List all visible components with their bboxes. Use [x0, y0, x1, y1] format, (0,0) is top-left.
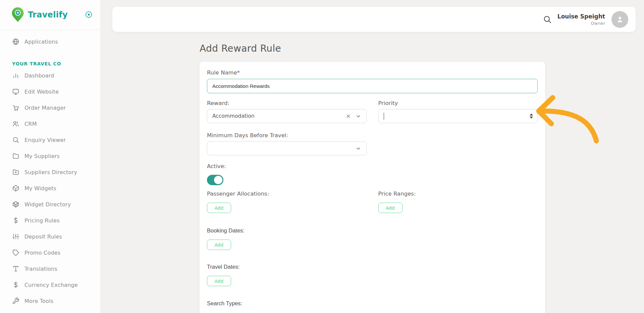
passenger-allocations-label: Passenger Allocations: — [207, 190, 367, 197]
page-title: Add Reward Rule — [200, 43, 281, 54]
sidebar-item-my-widgets[interactable]: My Widgets — [0, 180, 100, 196]
sidebar-item-pricing-rules[interactable]: Pricing Rules — [0, 212, 100, 228]
sidebar-item-currency-exchange[interactable]: Currency Exchange — [0, 277, 100, 293]
person-icon — [615, 15, 624, 24]
active-label: Active: — [207, 163, 538, 170]
sidebar-item-suppliers-directory[interactable]: Suppliers Directory — [0, 164, 100, 180]
sliders-icon — [12, 233, 19, 240]
sidebar-item-applications[interactable]: Applications — [0, 34, 100, 50]
topbar: Louise Speight Owner — [112, 7, 636, 32]
reward-select[interactable]: Accommodation — [207, 109, 367, 123]
sidebar-item-label: Deposit Rules — [24, 233, 62, 240]
rule-name-input[interactable] — [207, 79, 538, 93]
text-cursor — [384, 113, 384, 120]
sidebar-collapse-icon[interactable] — [85, 11, 92, 18]
folder-plus-icon — [12, 168, 19, 176]
sidebar-item-deposit-rules[interactable]: Deposit Rules — [0, 228, 100, 245]
reward-label: Reward: — [207, 100, 367, 107]
sidebar-item-label: My Widgets — [24, 185, 56, 192]
chevron-down-icon[interactable] — [356, 146, 361, 151]
search-icon[interactable] — [543, 15, 552, 24]
sidebar-item-label: My Suppliers — [24, 153, 60, 159]
sidebar-item-crm[interactable]: CRM — [0, 116, 100, 132]
travel-dates-add-button[interactable]: Add — [207, 276, 231, 286]
price-ranges-add-button[interactable]: Add — [378, 203, 402, 213]
sidebar-item-more-tools[interactable]: More Tools — [0, 293, 100, 309]
sidebar-item-label: Currency Exchange — [24, 282, 78, 288]
monitor-icon — [12, 88, 19, 95]
priority-label: Priority — [378, 100, 538, 107]
priority-stepper[interactable] — [530, 114, 533, 119]
sidebar-section-title: YOUR TRAVEL CO — [12, 61, 100, 66]
sidebar-item-label: Applications — [24, 39, 58, 45]
user-menu[interactable]: Louise Speight Owner — [557, 13, 605, 26]
tag-icon — [12, 249, 19, 256]
bar-chart-icon — [12, 72, 19, 79]
min-days-select[interactable] — [207, 141, 367, 155]
active-toggle[interactable] — [207, 175, 223, 185]
booking-dates-add-button[interactable]: Add — [207, 240, 231, 250]
sidebar-header: Travelify — [0, 0, 100, 30]
sidebar-item-label: Promo Codes — [24, 250, 60, 256]
users-icon — [12, 120, 19, 127]
add-reward-rule-card: Rule Name* Reward: Accommodation — [200, 62, 545, 313]
wrench-icon — [12, 297, 19, 305]
sidebar-item-label: Order Manager — [24, 105, 66, 111]
brand-name: Travelify — [28, 10, 85, 19]
sidebar-item-translations[interactable]: Translations — [0, 261, 100, 277]
sidebar-item-label: Translations — [24, 266, 57, 272]
cube-grid-icon — [12, 201, 19, 208]
cart-icon — [12, 104, 19, 111]
search-types-label: Search Types: — [207, 300, 538, 307]
booking-dates-label: Booking Dates: — [207, 227, 538, 234]
sidebar-item-label: Suppliers Directory — [24, 169, 77, 175]
user-name: Louise Speight — [557, 13, 605, 20]
toggle-knob — [214, 176, 222, 184]
reward-select-value: Accommodation — [212, 113, 346, 119]
passenger-allocations-add-button[interactable]: Add — [207, 203, 231, 213]
globe-icon — [12, 38, 19, 45]
sidebar-item-my-suppliers[interactable]: My Suppliers — [0, 148, 100, 164]
price-ranges-label: Price Ranges: — [378, 190, 538, 197]
sidebar-nav: Applications YOUR TRAVEL CO DashboardEdi… — [0, 30, 100, 309]
clear-x-icon[interactable] — [346, 114, 351, 119]
sidebar-items: DashboardEdit WebsiteOrder ManagerCRMEnq… — [0, 67, 100, 309]
sidebar-item-label: Enquiry Viewer — [24, 137, 66, 143]
sidebar-item-enquiry-viewer[interactable]: Enquiry Viewer — [0, 132, 100, 148]
user-role: Owner — [557, 21, 605, 26]
travelify-logo-icon — [11, 7, 24, 22]
min-days-label: Minimum Days Before Travel: — [207, 132, 367, 139]
avatar[interactable] — [611, 11, 628, 28]
dollar-icon — [12, 281, 19, 289]
sidebar-item-dashboard[interactable]: Dashboard — [0, 67, 100, 84]
sidebar-item-widget-directory[interactable]: Widget Directory — [0, 196, 100, 212]
sidebar-item-label: More Tools — [24, 298, 53, 304]
sidebar-item-label: Dashboard — [24, 72, 54, 79]
sidebar-item-promo-codes[interactable]: Promo Codes — [0, 245, 100, 261]
folder-icon — [12, 152, 19, 160]
sidebar-item-edit-website[interactable]: Edit Website — [0, 84, 100, 100]
dollar-icon — [12, 217, 19, 224]
sidebar-item-order-manager[interactable]: Order Manager — [0, 100, 100, 116]
sidebar-item-label: CRM — [24, 121, 37, 127]
rule-name-label: Rule Name* — [207, 69, 538, 76]
main-area: Louise Speight Owner Add Reward Rule Rul… — [101, 0, 644, 313]
search-icon — [12, 136, 19, 144]
cube-icon — [12, 185, 19, 192]
type-icon — [12, 265, 19, 272]
chevron-down-icon[interactable] — [356, 113, 361, 119]
travel-dates-label: Travel Dates: — [207, 263, 538, 270]
priority-input[interactable] — [378, 109, 538, 123]
sidebar-item-label: Edit Website — [24, 89, 59, 95]
stepper-up-icon[interactable] — [530, 114, 533, 116]
stepper-down-icon[interactable] — [530, 117, 533, 119]
sidebar-item-label: Widget Directory — [24, 201, 71, 208]
sidebar: Travelify Applications YOUR TRAVEL CO Da… — [0, 0, 101, 313]
sidebar-item-label: Pricing Rules — [24, 217, 60, 224]
